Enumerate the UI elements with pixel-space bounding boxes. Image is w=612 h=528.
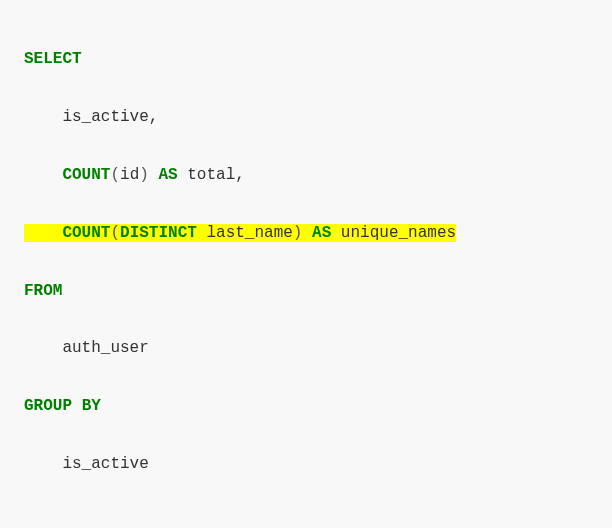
- keyword-from: FROM: [24, 282, 62, 300]
- punct: (: [110, 166, 120, 184]
- code-line: is_active: [24, 450, 588, 479]
- code-line: is_active,: [24, 103, 588, 132]
- indent: [24, 224, 62, 242]
- punct: ): [139, 166, 158, 184]
- arg: id: [120, 166, 139, 184]
- indent: [24, 339, 62, 357]
- table: auth_user: [62, 339, 148, 357]
- alias: unique_names: [331, 224, 456, 242]
- space: [72, 397, 82, 415]
- punct: ): [293, 224, 312, 242]
- keyword-count: COUNT: [62, 224, 110, 242]
- indent: [24, 166, 62, 184]
- keyword-as: AS: [312, 224, 331, 242]
- code-line: auth_user: [24, 334, 588, 363]
- arg: last_name: [197, 224, 293, 242]
- punct: (: [110, 224, 120, 242]
- keyword-as: AS: [158, 166, 177, 184]
- code-line: FROM: [24, 277, 588, 306]
- code-line: COUNT(id) AS total,: [24, 161, 588, 190]
- indent: [24, 455, 62, 473]
- keyword-group: GROUP: [24, 397, 72, 415]
- column: is_active: [62, 455, 148, 473]
- code-line: SELECT: [24, 45, 588, 74]
- keyword-select: SELECT: [24, 50, 82, 68]
- keyword-distinct: DISTINCT: [120, 224, 197, 242]
- code-line-highlighted: COUNT(DISTINCT last_name) AS unique_name…: [24, 219, 588, 248]
- alias: total,: [178, 166, 245, 184]
- keyword-count: COUNT: [62, 166, 110, 184]
- keyword-by: BY: [82, 397, 101, 415]
- column: is_active,: [62, 108, 158, 126]
- indent: [24, 108, 62, 126]
- code-line: GROUP BY: [24, 392, 588, 421]
- sql-code-block: SELECT is_active, COUNT(id) AS total, CO…: [0, 0, 612, 528]
